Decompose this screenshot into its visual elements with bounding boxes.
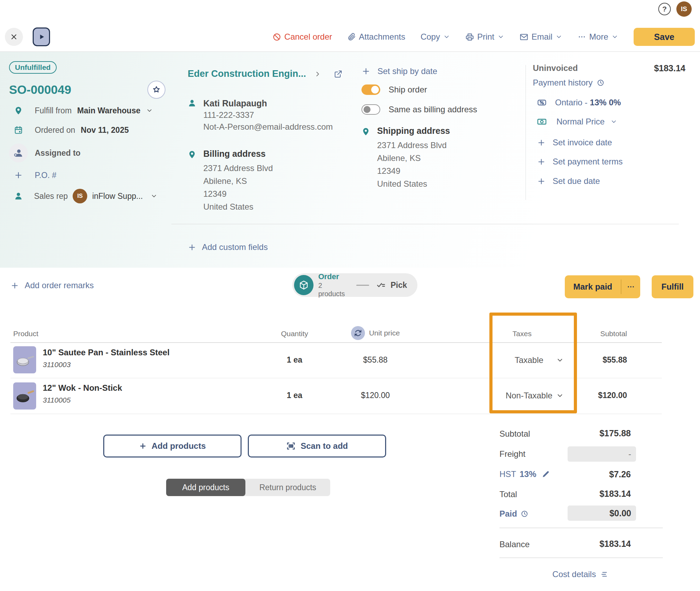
add-custom-fields[interactable]: Add custom fields [188, 242, 268, 253]
product-sku: 3110005 [43, 396, 71, 404]
sales-rep-row: Sales rep IS inFlow Supp... [9, 188, 170, 204]
fulfill-button[interactable]: Fulfill [652, 275, 693, 298]
ship-order-toggle[interactable] [361, 84, 380, 95]
cost-details-link[interactable]: Cost details [542, 569, 619, 579]
sync-icon [354, 329, 362, 337]
divider [171, 224, 679, 224]
product-name[interactable]: 10" Sautee Pan - Stainless Steel [43, 348, 170, 357]
freight-input[interactable] [568, 446, 636, 462]
quantity-value[interactable]: 1 ea [271, 355, 318, 365]
package-icon [299, 280, 309, 290]
customer-name-link[interactable]: Eder Construction Engin... [188, 68, 306, 79]
pick-step-label[interactable]: Pick [391, 281, 407, 290]
hst-label: HST [499, 469, 516, 479]
unit-price-value[interactable]: $55.88 [344, 355, 407, 365]
ellipsis-icon [578, 33, 586, 41]
tax-scheme-prefix: Ontario - [555, 98, 590, 107]
subtotal-label: Subtotal [499, 429, 530, 439]
total-label: Total [499, 489, 517, 499]
save-button[interactable]: Save [634, 28, 695, 46]
assigned-to-row[interactable]: Assigned to [9, 143, 170, 163]
external-link-icon[interactable] [334, 70, 342, 78]
play-icon [37, 33, 46, 41]
sautee-pan-image [14, 349, 35, 371]
quantity-value[interactable]: 1 ea [271, 391, 318, 400]
mark-paid-more-button[interactable] [621, 283, 640, 291]
set-due-date[interactable]: Set due date [533, 176, 692, 186]
order-step-icon-wrap[interactable] [294, 275, 314, 295]
pencil-icon[interactable] [542, 470, 550, 478]
play-button[interactable] [33, 27, 50, 46]
divider [499, 528, 663, 528]
pricing-scheme-row[interactable]: Normal Price [533, 116, 692, 128]
tax-dropdown[interactable]: Non-Taxable [494, 389, 564, 403]
product-name[interactable]: 12" Wok - Non-Stick [43, 383, 122, 393]
chevron-down-icon [443, 33, 450, 40]
chevron-right-icon[interactable] [314, 70, 321, 78]
payment-history-link[interactable]: Payment history [533, 78, 692, 88]
order-summary-column: Unfulfilled SO-000049 Fulfill from Main … [9, 61, 170, 204]
mode-add-products[interactable]: Add products [166, 479, 245, 496]
pricing-scheme-value: Normal Price [556, 117, 605, 127]
more-button[interactable]: More [578, 32, 618, 42]
paid-label: Paid [499, 509, 517, 519]
tax-scheme-row[interactable]: Ontario - 13% 0% [533, 97, 692, 108]
order-step[interactable]: Order 2 products [318, 272, 350, 298]
divider [10, 414, 662, 414]
hst-rate: 13% [520, 469, 536, 479]
billing-line: United States [203, 200, 273, 213]
clock-icon [521, 510, 528, 518]
po-label: P.O. # [35, 171, 56, 180]
sales-rep-value[interactable]: inFlow Supp... [92, 192, 143, 201]
divider [499, 558, 663, 558]
divider [10, 342, 662, 343]
col-header-quantity: Quantity [271, 330, 318, 338]
contact-phone: 111-222-3337 [203, 109, 333, 121]
unit-price-value[interactable]: $120.00 [344, 391, 407, 400]
price-sync-icon-wrap[interactable] [351, 326, 365, 340]
set-ship-by-date[interactable]: Set ship by date [361, 66, 518, 77]
person-icon [188, 99, 196, 107]
same-as-billing-toggle[interactable] [361, 104, 380, 115]
shipping-address-block: Shipping address 2371 Address Blvd Abile… [361, 126, 518, 190]
add-order-remarks[interactable]: Add order remarks [10, 280, 94, 291]
sales-rep-avatar: IS [73, 189, 87, 203]
copy-button[interactable]: Copy [421, 32, 450, 42]
ordered-on-value[interactable]: Nov 11, 2025 [81, 126, 129, 135]
po-number-row[interactable]: P.O. # [9, 170, 170, 181]
col-header-unit-price: Unit price [344, 326, 407, 340]
toolbar-actions: Cancel order Attachments Copy Print Emai… [272, 27, 695, 46]
tax-dropdown[interactable]: Taxable [494, 353, 564, 367]
mode-return-products[interactable]: Return products [245, 479, 330, 496]
email-button[interactable]: Email [520, 32, 562, 42]
invoice-column: Uninvoiced $183.14 Payment history Ontar… [533, 62, 692, 186]
set-invoice-date[interactable]: Set invoice date [533, 137, 692, 148]
fulfill-from-value[interactable]: Main Warehouse [77, 106, 140, 115]
plus-icon [537, 177, 546, 186]
paid-value-box[interactable]: $0.00 [568, 505, 636, 521]
col-header-subtotal: Subtotal [556, 330, 627, 338]
user-avatar[interactable]: IS [676, 1, 692, 17]
order-step-sub: 2 products [318, 281, 350, 298]
set-payment-terms[interactable]: Set payment terms [533, 156, 692, 167]
step-connector [356, 285, 369, 286]
order-step-label: Order [318, 272, 350, 281]
chevron-down-icon[interactable] [146, 107, 153, 114]
order-number-row: SO-000049 [9, 81, 170, 99]
pick-checklist-icon [376, 280, 386, 290]
close-icon [10, 33, 18, 41]
scan-to-add-button[interactable]: Scan to add [248, 435, 386, 458]
billing-address-block: Billing address 2371 Address Blvd Abilen… [188, 149, 351, 213]
print-button[interactable]: Print [465, 32, 504, 42]
chevron-down-icon[interactable] [150, 193, 157, 200]
mark-paid-button[interactable]: Mark paid [565, 282, 621, 292]
cancel-order-button[interactable]: Cancel order [272, 32, 332, 42]
attachments-button[interactable]: Attachments [348, 32, 405, 42]
close-button[interactable] [5, 28, 23, 46]
favorite-button[interactable] [147, 81, 165, 99]
billing-line: 2371 Address Blvd [203, 162, 273, 175]
add-products-button[interactable]: Add products [103, 435, 242, 458]
help-icon[interactable]: ? [658, 3, 671, 15]
topbar: ? IS [658, 1, 692, 17]
total-value: $183.14 [561, 489, 631, 499]
